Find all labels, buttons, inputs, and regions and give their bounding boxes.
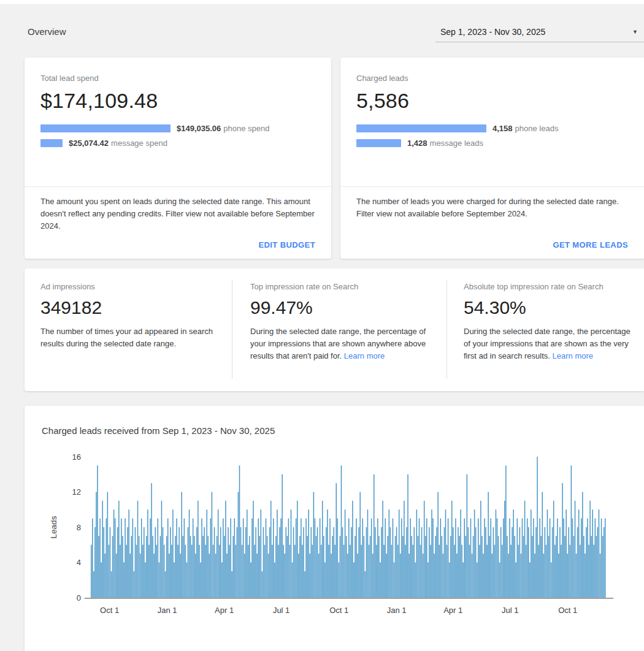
phone-leads-label: phone leads [515,124,559,133]
impressions-stats-card: Ad impressions 349182 The number of time… [25,268,644,391]
absolute-top-rate-text: During the selected date range, the perc… [464,327,631,360]
spend-card-description: The amount you spent on leads during the… [40,196,315,232]
message-spend-row: $25,074.42 message spend [40,139,315,148]
svg-text:Jul 1: Jul 1 [273,606,289,615]
learn-more-link[interactable]: Learn more [553,351,593,360]
leads-chart-svg: 0481216LeadsOct 1Jan 1Apr 1Jul 1Oct 1Jan… [42,446,643,623]
spend-card-label: Total lead spend [40,74,315,83]
svg-text:16: 16 [72,452,81,462]
leads-card-label: Charged leads [356,74,628,83]
leads-card-top: Charged leads 5,586 4,158 phone leads 1,… [340,58,644,187]
top-impression-rate-description: During the selected date range, the perc… [250,326,434,362]
message-leads-row: 1,428 message leads [356,139,628,148]
absolute-top-impression-rate-stat: Absolute top impression rate on Search 5… [447,268,644,391]
svg-text:Oct 1: Oct 1 [100,606,119,615]
svg-text:4: 4 [77,558,81,567]
message-spend-label: message spend [111,139,167,148]
message-leads-label: message leads [430,139,483,148]
phone-leads-row: 4,158 phone leads [356,124,628,133]
message-leads-count: 1,428 [407,139,427,148]
message-spend-bar [40,139,63,147]
svg-text:0: 0 [77,593,81,603]
charged-leads-chart-card: Charged leads received from Sep 1, 2023 … [25,406,644,651]
overview-header: Overview Sep 1, 2023 - Nov 30, 2025 ▼ [28,25,644,42]
absolute-top-rate-description: During the selected date range, the perc… [464,326,632,362]
svg-text:8: 8 [77,523,81,532]
message-spend-amount: $25,074.42 [69,139,109,148]
leads-card-description: The number of leads you were charged for… [356,196,628,220]
top-app-bar [0,0,644,5]
leads-card-actions: GET MORE LEADS [356,239,628,250]
svg-text:Apr 1: Apr 1 [215,606,234,615]
phone-spend-bar [40,124,171,132]
svg-text:Jan 1: Jan 1 [387,606,407,615]
top-impression-rate-label: Top impression rate on Search [250,282,434,291]
spend-card-bottom: The amount you spent on leads during the… [25,187,331,259]
edit-budget-button[interactable]: EDIT BUDGET [258,240,315,249]
spend-card-value: $174,109.48 [40,89,315,113]
chart-title: Charged leads received from Sep 1, 2023 … [42,425,644,436]
chevron-down-icon: ▼ [632,29,638,35]
phone-spend-label: phone spend [223,124,269,133]
overview-page: Overview Sep 1, 2023 - Nov 30, 2025 ▼ To… [0,0,644,651]
svg-text:Leads: Leads [49,516,58,538]
learn-more-link[interactable]: Learn more [344,351,385,360]
date-range-value: Sep 1, 2023 - Nov 30, 2025 [440,27,545,37]
leads-card-bottom: The number of leads you were charged for… [340,187,644,259]
spend-bars: $149,035.06 phone spend $25,074.42 messa… [40,124,315,148]
spend-card-actions: EDIT BUDGET [40,239,315,250]
svg-text:Apr 1: Apr 1 [443,606,462,615]
top-impression-rate-stat: Top impression rate on Search 99.47% Dur… [232,268,447,391]
message-leads-bar [356,139,401,147]
charged-leads-card: Charged leads 5,586 4,158 phone leads 1,… [340,58,644,259]
ad-impressions-description: The number of times your ad appeared in … [40,326,220,350]
svg-text:Jul 1: Jul 1 [502,606,518,615]
phone-spend-row: $149,035.06 phone spend [40,124,315,133]
ad-impressions-stat: Ad impressions 349182 The number of time… [25,268,232,391]
page-title: Overview [28,26,66,42]
phone-leads-count: 4,158 [493,124,513,133]
svg-text:Jan 1: Jan 1 [158,606,177,615]
leads-bars: 4,158 phone leads 1,428 message leads [356,124,628,148]
ad-impressions-value: 349182 [40,297,220,318]
absolute-top-rate-value: 54.30% [464,297,632,318]
total-lead-spend-card: Total lead spend $174,109.48 $149,035.06… [25,58,331,259]
svg-text:12: 12 [72,487,81,497]
spend-card-top: Total lead spend $174,109.48 $149,035.06… [25,58,331,187]
phone-spend-amount: $149,035.06 [177,124,221,133]
svg-text:Oct 1: Oct 1 [558,606,577,615]
top-impression-rate-text: During the selected date range, the perc… [250,327,426,360]
leads-card-value: 5,586 [356,89,628,113]
date-range-selector[interactable]: Sep 1, 2023 - Nov 30, 2025 ▼ [435,25,644,42]
leads-bar-chart: 0481216LeadsOct 1Jan 1Apr 1Jul 1Oct 1Jan… [42,446,644,626]
get-more-leads-button[interactable]: GET MORE LEADS [553,240,628,249]
ad-impressions-label: Ad impressions [40,282,220,291]
top-impression-rate-value: 99.47% [250,297,434,318]
summary-cards-row: Total lead spend $174,109.48 $149,035.06… [25,58,644,259]
svg-text:Oct 1: Oct 1 [329,606,348,615]
absolute-top-rate-label: Absolute top impression rate on Search [464,282,632,291]
phone-leads-bar [356,124,486,132]
